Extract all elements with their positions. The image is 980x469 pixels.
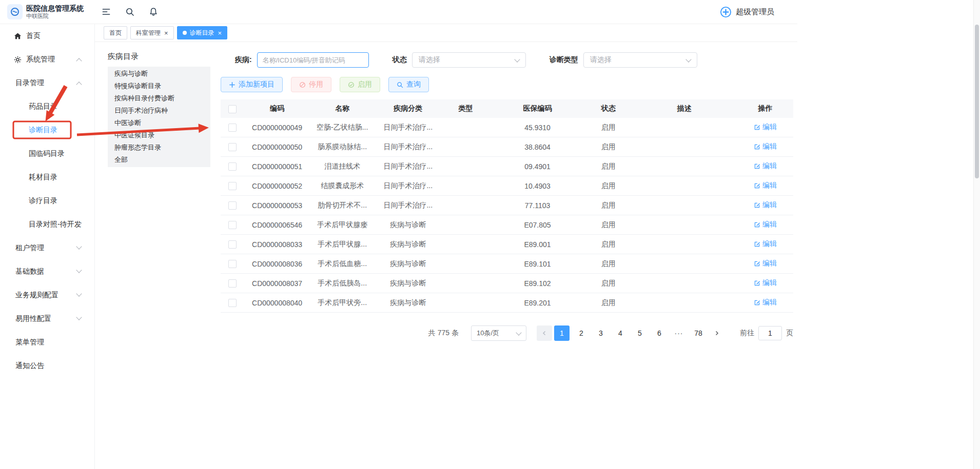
- table-row: CD0000000049 空肠-乙状结肠... 日间手术治疗... 45.931…: [221, 118, 793, 137]
- cell-insurance-code: E07.805: [489, 215, 585, 235]
- sidebar-item-label: 耗材目录: [29, 173, 57, 182]
- tab-close-icon[interactable]: ×: [218, 30, 222, 36]
- sidebar-item[interactable]: 租户管理: [0, 236, 94, 260]
- notification-bell-icon[interactable]: [148, 7, 159, 17]
- check-circle-icon: [348, 81, 355, 88]
- sidebar-item[interactable]: 目录管理: [0, 71, 94, 95]
- add-item-button[interactable]: 添加新项目: [221, 77, 283, 92]
- catalog-item[interactable]: 疾病与诊断: [108, 68, 210, 80]
- page-number[interactable]: 3: [593, 325, 609, 341]
- catalog-item[interactable]: 特慢病诊断目录: [108, 80, 210, 92]
- sidebar-item[interactable]: 药品目录: [0, 95, 94, 118]
- goto-page-input[interactable]: [758, 326, 782, 340]
- cell-status: 启用: [585, 274, 632, 293]
- catalog-item[interactable]: 全部: [108, 154, 210, 166]
- select-all-checkbox[interactable]: [228, 105, 237, 113]
- edit-button[interactable]: 编辑: [754, 298, 777, 307]
- edit-button[interactable]: 编辑: [754, 259, 777, 268]
- row-checkbox[interactable]: [228, 182, 237, 190]
- sidebar-item[interactable]: 诊疗目录: [0, 189, 94, 213]
- page-number[interactable]: 2: [574, 325, 589, 341]
- cell-select: [221, 293, 244, 313]
- cell-actions: 编辑: [737, 254, 793, 274]
- sidebar-item-label: 基础数据: [15, 267, 44, 276]
- sidebar-item[interactable]: 系统管理: [0, 48, 94, 71]
- table-row: CD0000000053 肋骨切开术不... 日间手术治疗... 77.1103…: [221, 196, 793, 215]
- tab[interactable]: 科室管理 ×: [130, 26, 174, 39]
- sidebar-menu: 首页 系统管理 目录管理 药品目录 诊断目录 国临码目录 耗材目录 诊疗目录 目…: [0, 24, 94, 378]
- cell-description: [632, 118, 737, 137]
- sidebar-item[interactable]: 业务规则配置: [0, 283, 94, 307]
- edit-button[interactable]: 编辑: [754, 123, 777, 132]
- chevron-down-icon: [76, 267, 82, 273]
- edit-button[interactable]: 编辑: [754, 239, 777, 249]
- tab[interactable]: 首页: [104, 26, 127, 39]
- diagnosis-type-select[interactable]: 请选择: [583, 52, 697, 68]
- enable-button[interactable]: 启用: [340, 77, 380, 92]
- edit-button[interactable]: 编辑: [754, 181, 777, 190]
- edit-icon: [754, 280, 760, 287]
- cell-select: [221, 254, 244, 274]
- edit-button[interactable]: 编辑: [754, 142, 777, 151]
- tab-close-icon[interactable]: ×: [164, 30, 168, 36]
- collapse-menu-icon[interactable]: [101, 7, 111, 17]
- disable-label: 停用: [309, 80, 323, 89]
- cell-insurance-code: 10.4903: [489, 176, 585, 196]
- sidebar-item[interactable]: 基础数据: [0, 260, 94, 283]
- sidebar-item[interactable]: 目录对照-待开发: [0, 213, 94, 236]
- main-area: 首页 科室管理 × 诊断目录 × 疾病目录 疾病与诊断特慢病诊断目录按病种目录付…: [95, 24, 797, 469]
- row-checkbox[interactable]: [228, 143, 237, 151]
- sidebar-item[interactable]: 耗材目录: [0, 166, 94, 189]
- row-checkbox[interactable]: [228, 201, 237, 210]
- sidebar-item[interactable]: 首页: [0, 24, 94, 48]
- row-checkbox[interactable]: [228, 162, 237, 171]
- sidebar-item[interactable]: 易用性配置: [0, 307, 94, 331]
- sidebar-item[interactable]: 菜单管理: [0, 331, 94, 354]
- cell-actions: 编辑: [737, 176, 793, 196]
- page-number[interactable]: 6: [652, 325, 667, 341]
- catalog-item[interactable]: 日间手术治疗病种: [108, 105, 210, 117]
- row-checkbox[interactable]: [228, 221, 237, 229]
- sidebar-item[interactable]: 国临码目录: [0, 142, 94, 166]
- cell-category: 日间手术治疗...: [375, 176, 441, 196]
- page-number[interactable]: 1: [554, 325, 570, 341]
- status-select[interactable]: 请选择: [412, 52, 526, 68]
- disable-button[interactable]: 停用: [291, 77, 331, 92]
- query-button[interactable]: 查询: [388, 77, 429, 92]
- catalog-item[interactable]: 中医证候目录: [108, 129, 210, 141]
- catalog-item[interactable]: 按病种目录付费诊断: [108, 92, 210, 105]
- row-checkbox[interactable]: [228, 240, 237, 249]
- search-icon: [397, 81, 403, 88]
- user-menu[interactable]: 超级管理员: [720, 6, 797, 18]
- page-number[interactable]: 78: [691, 325, 706, 341]
- edit-button[interactable]: 编辑: [754, 220, 777, 229]
- edit-button[interactable]: 编辑: [754, 200, 777, 210]
- catalog-item[interactable]: 肿瘤形态学目录: [108, 141, 210, 154]
- cell-type: [441, 254, 489, 274]
- browser-scrollbar[interactable]: [973, 0, 980, 469]
- brand-text: 医院信息管理系统 中联医院: [26, 4, 84, 19]
- row-checkbox[interactable]: [228, 299, 237, 307]
- tab[interactable]: 诊断目录 ×: [177, 26, 228, 39]
- page-number[interactable]: 5: [632, 325, 648, 341]
- disease-search-input[interactable]: [257, 52, 369, 68]
- user-avatar-icon: [720, 6, 732, 18]
- sidebar-item[interactable]: 通知公告: [0, 354, 94, 378]
- row-checkbox[interactable]: [228, 260, 237, 268]
- cell-code: CD0000000053: [244, 196, 310, 215]
- sidebar-item[interactable]: 诊断目录: [0, 118, 94, 142]
- previous-page-button[interactable]: [537, 325, 552, 341]
- scrollbar-thumb[interactable]: [975, 25, 979, 178]
- row-checkbox[interactable]: [228, 279, 237, 288]
- cell-select: [221, 118, 244, 137]
- catalog-item[interactable]: 中医诊断: [108, 117, 210, 129]
- edit-button[interactable]: 编辑: [754, 161, 777, 171]
- page-size-select[interactable]: 10条/页: [471, 325, 526, 341]
- pagination-more[interactable]: ···: [671, 325, 687, 341]
- page-number[interactable]: 4: [613, 325, 628, 341]
- search-icon[interactable]: [125, 7, 135, 17]
- cell-type: [441, 215, 489, 235]
- next-page-button[interactable]: [709, 325, 724, 341]
- row-checkbox[interactable]: [228, 124, 237, 132]
- edit-button[interactable]: 编辑: [754, 278, 777, 288]
